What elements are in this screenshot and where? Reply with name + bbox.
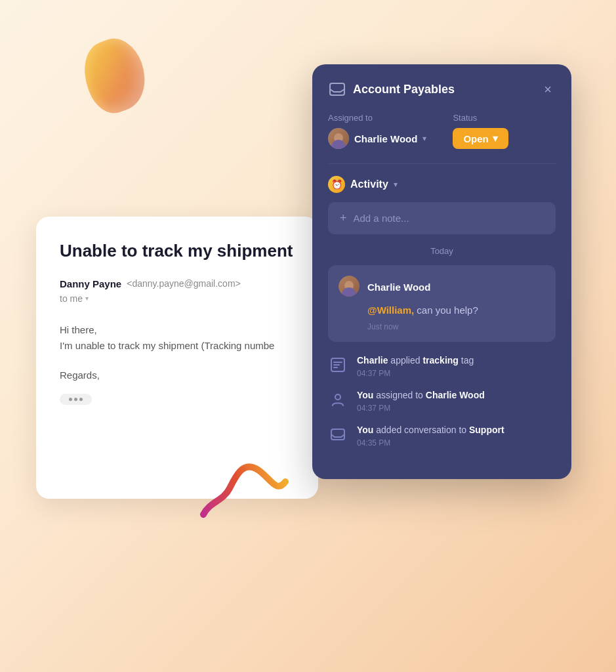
assignee-name: Charlie Wood [354, 133, 417, 144]
activity-chevron-icon: ▾ [394, 180, 398, 189]
today-label: Today [328, 246, 556, 256]
message-time: Just now [339, 322, 545, 331]
email-subject: Unable to track my shipment [60, 240, 295, 262]
dot-1 [69, 398, 72, 401]
panel-header: Account Payables × [328, 80, 556, 98]
tag-icon [328, 355, 348, 375]
activity-item-text: You added conversation to Support [357, 423, 556, 437]
message-avatar [339, 276, 361, 298]
message-content: @William, can you help? [339, 303, 545, 318]
squiggle-decoration [190, 449, 295, 528]
message-mention: @William, [367, 304, 414, 316]
panel: Account Payables × Assigned to Charlie W… [312, 64, 571, 479]
email-regards: Regards, [60, 369, 295, 381]
inbox-icon [328, 80, 346, 98]
activity-icon: ⏰ [328, 176, 345, 193]
panel-close-button[interactable]: × [540, 81, 556, 97]
message-avatar-face [339, 276, 359, 297]
assigned-to-label: Assigned to [328, 113, 426, 123]
dot-2 [74, 398, 77, 401]
status-chevron-icon: ▾ [493, 133, 498, 144]
activity-item-content: You assigned to Charlie Wood 04:37 PM [357, 388, 556, 413]
svg-rect-6 [331, 429, 344, 440]
email-more-button[interactable] [60, 394, 92, 405]
add-note-placeholder: Add a note... [354, 213, 409, 224]
activity-item-content: You added conversation to Support 04:35 … [357, 423, 556, 448]
activity-items-list: Charlie applied tracking tag 04:37 PM Yo… [328, 354, 556, 448]
activity-item: You assigned to Charlie Wood 04:37 PM [328, 388, 556, 413]
activity-item-text: Charlie applied tracking tag [357, 354, 556, 368]
divider [328, 163, 556, 164]
activity-title: Activity [350, 178, 388, 190]
activity-actor: Charlie [357, 355, 388, 366]
email-greeting: Hi there, I'm unable to track my shipmen… [60, 322, 295, 354]
inbox-small-icon [328, 425, 348, 444]
status-selector[interactable]: Open ▾ [453, 128, 508, 149]
activity-section-header[interactable]: ⏰ Activity ▾ [328, 176, 556, 193]
message-header: Charlie Wood [339, 276, 545, 298]
person-icon [328, 390, 348, 410]
email-to-label: to me [60, 293, 83, 304]
activity-target: Support [469, 425, 504, 435]
email-to-chevron-icon[interactable]: ▾ [85, 295, 89, 302]
activity-assignee: Charlie Wood [426, 390, 485, 400]
activity-actor: You [357, 390, 373, 400]
gem-decoration [85, 39, 151, 118]
activity-item-time: 04:35 PM [357, 438, 556, 448]
activity-item-content: Charlie applied tracking tag 04:37 PM [357, 354, 556, 378]
email-from-row: Danny Payne <danny.payne@gmail.com> [60, 278, 295, 289]
activity-item-text: You assigned to Charlie Wood [357, 388, 556, 402]
assignee-selector[interactable]: Charlie Wood ▾ [328, 128, 426, 149]
activity-actor: You [357, 425, 373, 435]
message-text: can you help? [414, 304, 478, 316]
activity-item-time: 04:37 PM [357, 369, 556, 378]
avatar-face [328, 128, 349, 149]
activity-item: You added conversation to Support 04:35 … [328, 423, 556, 448]
email-from-address: <danny.payne@gmail.com> [127, 278, 241, 289]
message-sender: Charlie Wood [367, 282, 430, 293]
assignee-avatar [328, 128, 349, 149]
activity-item: Charlie applied tracking tag 04:37 PM [328, 354, 556, 378]
assignment-row: Assigned to Charlie Wood ▾ Status Open ▾ [328, 113, 556, 149]
dot-3 [79, 398, 83, 401]
activity-item-time: 04:37 PM [357, 404, 556, 413]
svg-rect-0 [330, 83, 344, 95]
email-to-row: to me ▾ [60, 293, 295, 304]
message-bubble: Charlie Wood @William, can you help? Jus… [328, 265, 556, 342]
activity-tag: tracking [422, 355, 458, 366]
assigned-to-group: Assigned to Charlie Wood ▾ [328, 113, 426, 149]
email-from-name: Danny Payne [60, 278, 121, 289]
status-group: Status Open ▾ [453, 113, 508, 149]
panel-title-group: Account Payables [328, 80, 455, 98]
svg-point-5 [335, 394, 340, 400]
status-value: Open [463, 133, 488, 144]
add-note-button[interactable]: + Add a note... [328, 202, 556, 234]
assignee-chevron-icon: ▾ [422, 134, 426, 143]
panel-title: Account Payables [353, 83, 455, 96]
status-label: Status [453, 113, 508, 123]
add-note-plus-icon: + [340, 211, 347, 225]
